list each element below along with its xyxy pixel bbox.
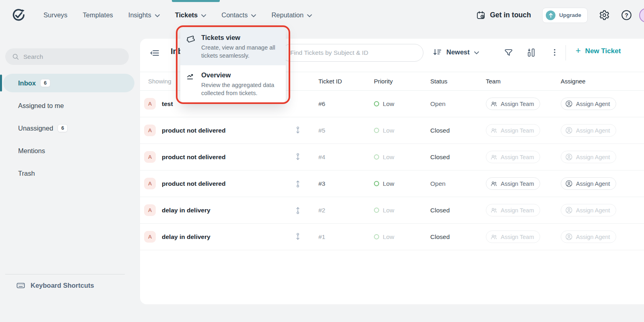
nav-item-label: Insights [128, 11, 151, 19]
sidebar-list: Inbox6Assigned to meUnassigned6MentionsT… [0, 74, 133, 187]
new-ticket-button[interactable]: + New Ticket [576, 47, 621, 55]
menu-item-tickets-view[interactable]: Tickets view Create, view and manage all… [180, 28, 286, 65]
assign-team-button[interactable]: Assign Team [486, 98, 540, 110]
more-options-icon[interactable] [550, 48, 559, 57]
agent-icon [565, 180, 573, 187]
assign-agent-label: Assign Agent [576, 154, 610, 160]
nav-item-insights[interactable]: Insights [128, 0, 160, 30]
nav-item-label: Templates [83, 11, 113, 19]
filter-icon[interactable] [504, 48, 514, 58]
nav-item-reputation[interactable]: Reputation [271, 0, 312, 30]
assign-team-button[interactable]: Assign Team [486, 151, 540, 163]
active-tab-indicator [172, 0, 220, 2]
nav-item-label: Contacts [221, 11, 248, 19]
sidebar-item-label: Inbox [18, 79, 36, 87]
ticket-direction-up-icon [295, 206, 318, 214]
search-input[interactable] [23, 53, 117, 60]
nav-item-surveys[interactable]: Surveys [43, 0, 68, 30]
upgrade-button[interactable]: Upgrade [542, 8, 588, 23]
priority-label: Low [383, 154, 394, 161]
avatar: A [144, 98, 156, 110]
priority-dot-icon [374, 181, 379, 186]
ticket-id: #6 [318, 100, 374, 108]
ticket-id: #5 [318, 127, 374, 134]
assign-team-button[interactable]: Assign Team [486, 177, 540, 190]
ticket-id: #4 [318, 154, 374, 161]
ticket-id: #3 [318, 180, 374, 187]
search-icon [12, 53, 19, 60]
sort-dropdown[interactable]: Newest [433, 48, 479, 57]
sidebar-item-trash[interactable]: Trash [3, 164, 133, 183]
app-logo[interactable] [11, 8, 25, 23]
table-row[interactable]: A delay in delivery #1 Low Closed Assign… [140, 224, 644, 250]
menu-item-overview[interactable]: Overview Review the aggregated data coll… [180, 65, 286, 103]
nav-item-tickets[interactable]: Tickets [175, 0, 206, 30]
ticket-search-box[interactable] [282, 44, 423, 62]
plus-icon: + [576, 46, 581, 55]
priority-label: Low [383, 207, 394, 214]
table-row[interactable]: A product not delivered #4 Low Closed As… [140, 144, 644, 170]
count-badge: 6 [40, 79, 50, 87]
assign-team-button[interactable]: Assign Team [486, 204, 540, 216]
user-avatar[interactable] [639, 8, 644, 23]
assign-team-label: Assign Team [501, 101, 534, 107]
sidebar-search[interactable] [5, 48, 129, 65]
assign-agent-button[interactable]: Assign Agent [561, 98, 616, 110]
nav-item-contacts[interactable]: Contacts [221, 0, 256, 30]
keyboard-shortcuts-label: Keyboard Shortcuts [31, 282, 94, 289]
agent-icon [565, 233, 573, 241]
priority-label: Low [383, 180, 394, 187]
priority-dot-icon [374, 234, 379, 239]
avatar: A [144, 125, 156, 136]
menu-item-title: Overview [201, 71, 279, 79]
get-in-touch-button[interactable]: Get in touch [476, 10, 531, 20]
sort-icon [433, 48, 442, 57]
priority-label: Low [383, 100, 394, 108]
upgrade-label: Upgrade [559, 12, 581, 18]
sidebar-item-assigned-to-me[interactable]: Assigned to me [3, 96, 133, 115]
table-row[interactable]: A delay in delivery #2 Low Closed Assign… [140, 197, 644, 224]
assign-team-button[interactable]: Assign Team [486, 124, 540, 137]
team-icon [490, 100, 497, 108]
avatar: A [144, 178, 156, 189]
keyboard-shortcuts-button[interactable]: Keyboard Shortcuts [16, 281, 94, 290]
nav-item-label: Tickets [175, 11, 198, 19]
sidebar-item-label: Mentions [18, 147, 45, 155]
sidebar: Inbox6Assigned to meUnassigned6MentionsT… [0, 30, 133, 322]
help-icon[interactable]: ? [621, 10, 632, 21]
team-icon [490, 233, 497, 241]
status-label: Closed [430, 207, 486, 214]
assign-agent-button[interactable]: Assign Agent [561, 204, 616, 216]
assign-team-label: Assign Team [501, 181, 534, 187]
settings-gear-icon[interactable] [599, 10, 610, 21]
assign-agent-button[interactable]: Assign Agent [561, 177, 616, 190]
assign-agent-label: Assign Agent [576, 101, 610, 107]
table-row[interactable]: A product not delivered #5 Low Closed As… [140, 117, 644, 144]
sidebar-item-inbox[interactable]: Inbox6 [3, 74, 134, 92]
sidebar-item-unassigned[interactable]: Unassigned6 [3, 119, 133, 137]
sidebar-item-label: Assigned to me [18, 102, 64, 110]
assign-agent-label: Assign Agent [576, 181, 610, 187]
top-bar: SurveysTemplatesInsightsTicketsContactsR… [0, 0, 644, 30]
collapse-sidebar-icon[interactable] [150, 48, 160, 58]
assign-agent-button[interactable]: Assign Agent [561, 231, 616, 243]
menu-item-title: Tickets view [201, 34, 279, 42]
column-header-priority: Priority [374, 78, 430, 85]
ticket-search-input[interactable] [290, 49, 410, 56]
chevron-down-icon [201, 14, 206, 17]
sidebar-item-mentions[interactable]: Mentions [3, 141, 133, 160]
status-label: Closed [430, 154, 486, 161]
status-label: Open [430, 100, 486, 108]
agent-icon [565, 153, 573, 161]
assign-agent-button[interactable]: Assign Agent [561, 151, 616, 163]
column-settings-icon[interactable] [526, 48, 536, 57]
table-row[interactable]: A product not delivered #3 Low Open Assi… [140, 170, 644, 197]
assign-team-button[interactable]: Assign Team [486, 231, 540, 243]
chevron-down-icon [155, 14, 160, 17]
assign-agent-button[interactable]: Assign Agent [561, 124, 616, 137]
get-in-touch-label: Get in touch [490, 11, 531, 19]
ticket-subject: delay in delivery [162, 207, 211, 214]
assign-agent-label: Assign Agent [576, 234, 610, 240]
priority-label: Low [383, 233, 394, 241]
nav-item-templates[interactable]: Templates [83, 0, 113, 30]
